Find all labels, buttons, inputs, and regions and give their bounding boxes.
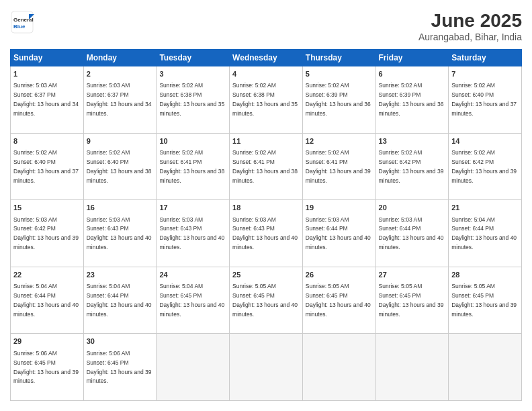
calendar-header-row: Sunday Monday Tuesday Wednesday Thursday… <box>11 50 522 66</box>
day-number: 5 <box>306 69 373 79</box>
day-info: Sunrise: 5:04 AMSunset: 6:44 PMDaylight:… <box>13 283 79 318</box>
title-area: June 2025 Aurangabad, Bihar, India <box>418 10 522 42</box>
day-info: Sunrise: 5:02 AMSunset: 6:40 PMDaylight:… <box>87 149 152 184</box>
day-number: 17 <box>159 203 226 213</box>
col-friday: Friday <box>375 50 449 66</box>
table-row: 21Sunrise: 5:04 AMSunset: 6:44 PMDayligh… <box>449 200 522 267</box>
day-number: 28 <box>451 270 519 280</box>
day-number: 29 <box>13 336 81 347</box>
day-info: Sunrise: 5:06 AMSunset: 6:45 PMDaylight:… <box>13 350 79 385</box>
day-number: 24 <box>159 270 226 280</box>
day-number: 10 <box>159 136 226 146</box>
table-row: 24Sunrise: 5:04 AMSunset: 6:45 PMDayligh… <box>157 267 230 334</box>
col-monday: Monday <box>83 50 157 66</box>
table-row: 19Sunrise: 5:03 AMSunset: 6:44 PMDayligh… <box>302 200 375 267</box>
svg-text:Blue: Blue <box>13 24 26 30</box>
day-info: Sunrise: 5:05 AMSunset: 6:45 PMDaylight:… <box>451 283 517 318</box>
calendar-row: 1Sunrise: 5:03 AMSunset: 6:37 PMDaylight… <box>11 66 522 134</box>
col-thursday: Thursday <box>302 50 375 66</box>
table-row <box>157 334 230 401</box>
day-info: Sunrise: 5:03 AMSunset: 6:43 PMDaylight:… <box>232 216 298 251</box>
day-number: 19 <box>306 203 373 213</box>
day-info: Sunrise: 5:02 AMSunset: 6:39 PMDaylight:… <box>379 82 444 117</box>
header: General Blue June 2025 Aurangabad, Bihar… <box>10 10 522 42</box>
calendar-row: 8Sunrise: 5:02 AMSunset: 6:40 PMDaylight… <box>11 133 522 200</box>
day-info: Sunrise: 5:03 AMSunset: 6:43 PMDaylight:… <box>159 216 224 251</box>
month-title: June 2025 <box>418 10 522 32</box>
day-info: Sunrise: 5:05 AMSunset: 6:45 PMDaylight:… <box>306 283 371 318</box>
day-info: Sunrise: 5:03 AMSunset: 6:43 PMDaylight:… <box>87 216 152 251</box>
table-row: 15Sunrise: 5:03 AMSunset: 6:42 PMDayligh… <box>11 200 84 267</box>
day-number: 1 <box>13 69 81 79</box>
day-number: 20 <box>379 203 446 213</box>
day-number: 25 <box>232 270 300 280</box>
table-row: 28Sunrise: 5:05 AMSunset: 6:45 PMDayligh… <box>449 267 522 334</box>
logo: General Blue <box>10 10 34 34</box>
day-number: 22 <box>13 270 81 280</box>
col-tuesday: Tuesday <box>157 50 230 66</box>
calendar-table: Sunday Monday Tuesday Wednesday Thursday… <box>10 49 522 401</box>
table-row: 26Sunrise: 5:05 AMSunset: 6:45 PMDayligh… <box>302 267 375 334</box>
day-info: Sunrise: 5:02 AMSunset: 6:41 PMDaylight:… <box>306 149 371 184</box>
table-row: 4Sunrise: 5:02 AMSunset: 6:38 PMDaylight… <box>230 66 303 134</box>
day-number: 4 <box>232 69 300 79</box>
logo-icon: General Blue <box>10 10 34 34</box>
table-row: 16Sunrise: 5:03 AMSunset: 6:43 PMDayligh… <box>83 200 157 267</box>
day-number: 7 <box>451 69 519 79</box>
table-row: 20Sunrise: 5:03 AMSunset: 6:44 PMDayligh… <box>375 200 449 267</box>
table-row: 6Sunrise: 5:02 AMSunset: 6:39 PMDaylight… <box>375 66 449 134</box>
day-info: Sunrise: 5:03 AMSunset: 6:42 PMDaylight:… <box>13 216 79 251</box>
calendar-row: 22Sunrise: 5:04 AMSunset: 6:44 PMDayligh… <box>11 267 522 334</box>
col-sunday: Sunday <box>11 50 84 66</box>
day-number: 12 <box>306 136 373 146</box>
day-number: 26 <box>306 270 373 280</box>
day-info: Sunrise: 5:02 AMSunset: 6:40 PMDaylight:… <box>451 82 517 117</box>
table-row: 12Sunrise: 5:02 AMSunset: 6:41 PMDayligh… <box>302 133 375 200</box>
day-info: Sunrise: 5:06 AMSunset: 6:45 PMDaylight:… <box>87 350 152 385</box>
table-row: 29Sunrise: 5:06 AMSunset: 6:45 PMDayligh… <box>11 334 84 401</box>
table-row: 30Sunrise: 5:06 AMSunset: 6:45 PMDayligh… <box>83 334 157 401</box>
table-row: 27Sunrise: 5:05 AMSunset: 6:45 PMDayligh… <box>375 267 449 334</box>
day-number: 2 <box>87 69 154 79</box>
table-row <box>449 334 522 401</box>
day-number: 18 <box>232 203 300 213</box>
day-number: 11 <box>232 136 300 146</box>
table-row: 5Sunrise: 5:02 AMSunset: 6:39 PMDaylight… <box>302 66 375 134</box>
day-number: 30 <box>87 336 154 347</box>
col-saturday: Saturday <box>449 50 522 66</box>
table-row: 14Sunrise: 5:02 AMSunset: 6:42 PMDayligh… <box>449 133 522 200</box>
table-row: 2Sunrise: 5:03 AMSunset: 6:37 PMDaylight… <box>83 66 157 134</box>
page: General Blue June 2025 Aurangabad, Bihar… <box>0 0 532 411</box>
day-number: 8 <box>13 136 81 146</box>
table-row: 17Sunrise: 5:03 AMSunset: 6:43 PMDayligh… <box>157 200 230 267</box>
table-row: 3Sunrise: 5:02 AMSunset: 6:38 PMDaylight… <box>157 66 230 134</box>
day-info: Sunrise: 5:02 AMSunset: 6:41 PMDaylight:… <box>232 149 298 184</box>
table-row: 11Sunrise: 5:02 AMSunset: 6:41 PMDayligh… <box>230 133 303 200</box>
day-number: 9 <box>87 136 154 146</box>
day-info: Sunrise: 5:03 AMSunset: 6:37 PMDaylight:… <box>87 82 152 117</box>
table-row: 18Sunrise: 5:03 AMSunset: 6:43 PMDayligh… <box>230 200 303 267</box>
day-number: 23 <box>87 270 154 280</box>
day-info: Sunrise: 5:05 AMSunset: 6:45 PMDaylight:… <box>232 283 298 318</box>
table-row <box>230 334 303 401</box>
table-row: 8Sunrise: 5:02 AMSunset: 6:40 PMDaylight… <box>11 133 84 200</box>
table-row: 13Sunrise: 5:02 AMSunset: 6:42 PMDayligh… <box>375 133 449 200</box>
table-row: 10Sunrise: 5:02 AMSunset: 6:41 PMDayligh… <box>157 133 230 200</box>
day-number: 6 <box>379 69 446 79</box>
day-info: Sunrise: 5:04 AMSunset: 6:45 PMDaylight:… <box>159 283 224 318</box>
day-info: Sunrise: 5:02 AMSunset: 6:39 PMDaylight:… <box>306 82 371 117</box>
day-info: Sunrise: 5:04 AMSunset: 6:44 PMDaylight:… <box>87 283 152 318</box>
calendar-row: 15Sunrise: 5:03 AMSunset: 6:42 PMDayligh… <box>11 200 522 267</box>
day-info: Sunrise: 5:04 AMSunset: 6:44 PMDaylight:… <box>451 216 517 251</box>
day-info: Sunrise: 5:05 AMSunset: 6:45 PMDaylight:… <box>379 283 444 318</box>
table-row: 9Sunrise: 5:02 AMSunset: 6:40 PMDaylight… <box>83 133 157 200</box>
table-row <box>375 334 449 401</box>
location: Aurangabad, Bihar, India <box>418 32 522 42</box>
table-row: 1Sunrise: 5:03 AMSunset: 6:37 PMDaylight… <box>11 66 84 134</box>
day-info: Sunrise: 5:02 AMSunset: 6:38 PMDaylight:… <box>159 82 224 117</box>
calendar-row: 29Sunrise: 5:06 AMSunset: 6:45 PMDayligh… <box>11 334 522 401</box>
day-number: 15 <box>13 203 81 213</box>
table-row: 22Sunrise: 5:04 AMSunset: 6:44 PMDayligh… <box>11 267 84 334</box>
day-info: Sunrise: 5:03 AMSunset: 6:37 PMDaylight:… <box>13 82 79 117</box>
day-info: Sunrise: 5:02 AMSunset: 6:38 PMDaylight:… <box>232 82 298 117</box>
